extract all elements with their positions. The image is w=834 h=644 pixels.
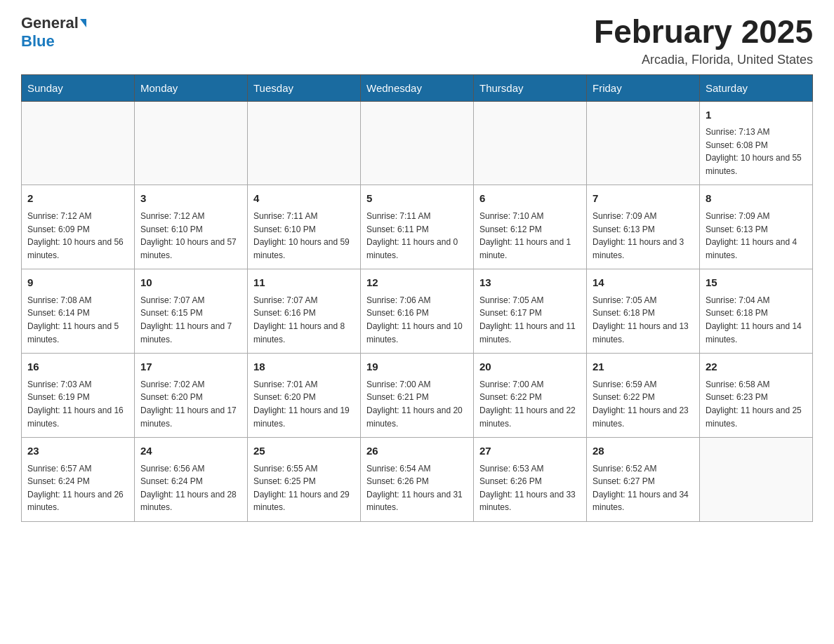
day-of-week-header: Saturday <box>700 74 813 101</box>
calendar-cell: 6Sunrise: 7:10 AM Sunset: 6:12 PM Daylig… <box>474 185 587 269</box>
logo: General Blue <box>21 14 86 51</box>
calendar-cell: 17Sunrise: 7:02 AM Sunset: 6:20 PM Dayli… <box>135 354 248 438</box>
calendar-cell: 21Sunrise: 6:59 AM Sunset: 6:22 PM Dayli… <box>587 354 700 438</box>
sun-info: Sunrise: 7:08 AM Sunset: 6:14 PM Dayligh… <box>27 294 128 346</box>
sun-info: Sunrise: 7:13 AM Sunset: 6:08 PM Dayligh… <box>706 126 807 177</box>
day-number: 10 <box>140 275 241 291</box>
day-number: 1 <box>706 107 807 123</box>
day-number: 2 <box>27 191 128 207</box>
sun-info: Sunrise: 7:05 AM Sunset: 6:17 PM Dayligh… <box>479 294 581 346</box>
sun-info: Sunrise: 6:59 AM Sunset: 6:22 PM Dayligh… <box>593 378 694 430</box>
logo-blue-text: Blue <box>21 32 55 51</box>
day-of-week-header: Wednesday <box>361 74 474 101</box>
calendar-cell: 12Sunrise: 7:06 AM Sunset: 6:16 PM Dayli… <box>361 269 474 354</box>
sun-info: Sunrise: 7:11 AM Sunset: 6:11 PM Dayligh… <box>366 210 468 262</box>
sun-info: Sunrise: 6:53 AM Sunset: 6:26 PM Dayligh… <box>479 462 581 514</box>
logo-triangle-icon <box>80 19 86 27</box>
calendar-cell: 8Sunrise: 7:09 AM Sunset: 6:13 PM Daylig… <box>700 185 813 269</box>
logo-general-text: General <box>21 14 79 32</box>
title-section: February 2025 Arcadia, Florida, United S… <box>594 14 813 67</box>
day-number: 22 <box>706 359 807 375</box>
sun-info: Sunrise: 7:06 AM Sunset: 6:16 PM Dayligh… <box>366 294 468 346</box>
calendar-cell: 16Sunrise: 7:03 AM Sunset: 6:19 PM Dayli… <box>22 354 135 438</box>
calendar-cell: 19Sunrise: 7:00 AM Sunset: 6:21 PM Dayli… <box>361 354 474 438</box>
calendar-cell: 14Sunrise: 7:05 AM Sunset: 6:18 PM Dayli… <box>587 269 700 354</box>
calendar-cell: 20Sunrise: 7:00 AM Sunset: 6:22 PM Dayli… <box>474 354 587 438</box>
sun-info: Sunrise: 6:58 AM Sunset: 6:23 PM Dayligh… <box>706 378 807 430</box>
sun-info: Sunrise: 7:12 AM Sunset: 6:09 PM Dayligh… <box>27 210 128 262</box>
calendar-cell: 10Sunrise: 7:07 AM Sunset: 6:15 PM Dayli… <box>135 269 248 354</box>
sun-info: Sunrise: 7:11 AM Sunset: 6:10 PM Dayligh… <box>253 210 355 262</box>
day-number: 5 <box>366 191 468 207</box>
calendar-cell <box>135 101 248 185</box>
day-number: 25 <box>253 443 355 459</box>
sun-info: Sunrise: 7:07 AM Sunset: 6:15 PM Dayligh… <box>140 294 241 346</box>
day-number: 8 <box>706 191 807 207</box>
day-number: 28 <box>593 443 694 459</box>
day-number: 12 <box>366 275 468 291</box>
calendar-cell: 15Sunrise: 7:04 AM Sunset: 6:18 PM Dayli… <box>700 269 813 354</box>
day-number: 13 <box>479 275 581 291</box>
day-number: 27 <box>479 443 581 459</box>
calendar-cell: 7Sunrise: 7:09 AM Sunset: 6:13 PM Daylig… <box>587 185 700 269</box>
calendar-cell <box>361 101 474 185</box>
day-number: 24 <box>140 443 241 459</box>
day-of-week-header: Tuesday <box>248 74 361 101</box>
sun-info: Sunrise: 7:07 AM Sunset: 6:16 PM Dayligh… <box>253 294 355 346</box>
page-header: General Blue February 2025 Arcadia, Flor… <box>21 14 813 67</box>
day-of-week-header: Thursday <box>474 74 587 101</box>
sun-info: Sunrise: 7:00 AM Sunset: 6:21 PM Dayligh… <box>366 378 468 430</box>
sun-info: Sunrise: 7:03 AM Sunset: 6:19 PM Dayligh… <box>27 378 128 430</box>
day-number: 21 <box>593 359 694 375</box>
day-of-week-header: Sunday <box>22 74 135 101</box>
day-number: 17 <box>140 359 241 375</box>
calendar-cell: 28Sunrise: 6:52 AM Sunset: 6:27 PM Dayli… <box>587 438 700 522</box>
month-title: February 2025 <box>594 14 813 50</box>
day-number: 3 <box>140 191 241 207</box>
calendar-cell: 26Sunrise: 6:54 AM Sunset: 6:26 PM Dayli… <box>361 438 474 522</box>
sun-info: Sunrise: 7:02 AM Sunset: 6:20 PM Dayligh… <box>140 378 241 430</box>
sun-info: Sunrise: 6:56 AM Sunset: 6:24 PM Dayligh… <box>140 462 241 514</box>
calendar-week-row: 23Sunrise: 6:57 AM Sunset: 6:24 PM Dayli… <box>22 438 813 522</box>
day-number: 19 <box>366 359 468 375</box>
sun-info: Sunrise: 7:00 AM Sunset: 6:22 PM Dayligh… <box>479 378 581 430</box>
calendar-cell: 3Sunrise: 7:12 AM Sunset: 6:10 PM Daylig… <box>135 185 248 269</box>
calendar-cell: 11Sunrise: 7:07 AM Sunset: 6:16 PM Dayli… <box>248 269 361 354</box>
calendar-cell: 23Sunrise: 6:57 AM Sunset: 6:24 PM Dayli… <box>22 438 135 522</box>
day-number: 20 <box>479 359 581 375</box>
calendar-cell <box>474 101 587 185</box>
calendar-cell: 27Sunrise: 6:53 AM Sunset: 6:26 PM Dayli… <box>474 438 587 522</box>
calendar-cell: 13Sunrise: 7:05 AM Sunset: 6:17 PM Dayli… <box>474 269 587 354</box>
sun-info: Sunrise: 7:01 AM Sunset: 6:20 PM Dayligh… <box>253 378 355 430</box>
sun-info: Sunrise: 6:52 AM Sunset: 6:27 PM Dayligh… <box>593 462 694 514</box>
calendar-cell: 9Sunrise: 7:08 AM Sunset: 6:14 PM Daylig… <box>22 269 135 354</box>
calendar-cell: 5Sunrise: 7:11 AM Sunset: 6:11 PM Daylig… <box>361 185 474 269</box>
sun-info: Sunrise: 6:54 AM Sunset: 6:26 PM Dayligh… <box>366 462 468 514</box>
calendar-week-row: 1Sunrise: 7:13 AM Sunset: 6:08 PM Daylig… <box>22 101 813 185</box>
day-number: 16 <box>27 359 128 375</box>
day-number: 11 <box>253 275 355 291</box>
calendar-week-row: 16Sunrise: 7:03 AM Sunset: 6:19 PM Dayli… <box>22 354 813 438</box>
day-number: 4 <box>253 191 355 207</box>
calendar-cell <box>700 438 813 522</box>
calendar-week-row: 9Sunrise: 7:08 AM Sunset: 6:14 PM Daylig… <box>22 269 813 354</box>
calendar-header-row: SundayMondayTuesdayWednesdayThursdayFrid… <box>22 74 813 101</box>
sun-info: Sunrise: 6:55 AM Sunset: 6:25 PM Dayligh… <box>253 462 355 514</box>
day-number: 9 <box>27 275 128 291</box>
day-number: 6 <box>479 191 581 207</box>
sun-info: Sunrise: 7:09 AM Sunset: 6:13 PM Dayligh… <box>706 210 807 262</box>
day-of-week-header: Monday <box>135 74 248 101</box>
calendar-table: SundayMondayTuesdayWednesdayThursdayFrid… <box>21 74 813 522</box>
day-of-week-header: Friday <box>587 74 700 101</box>
day-number: 23 <box>27 443 128 459</box>
calendar-cell <box>22 101 135 185</box>
day-number: 18 <box>253 359 355 375</box>
sun-info: Sunrise: 7:12 AM Sunset: 6:10 PM Dayligh… <box>140 210 241 262</box>
sun-info: Sunrise: 7:04 AM Sunset: 6:18 PM Dayligh… <box>706 294 807 346</box>
day-number: 26 <box>366 443 468 459</box>
day-number: 15 <box>706 275 807 291</box>
day-number: 7 <box>593 191 694 207</box>
calendar-week-row: 2Sunrise: 7:12 AM Sunset: 6:09 PM Daylig… <box>22 185 813 269</box>
calendar-cell: 1Sunrise: 7:13 AM Sunset: 6:08 PM Daylig… <box>700 101 813 185</box>
calendar-cell <box>248 101 361 185</box>
